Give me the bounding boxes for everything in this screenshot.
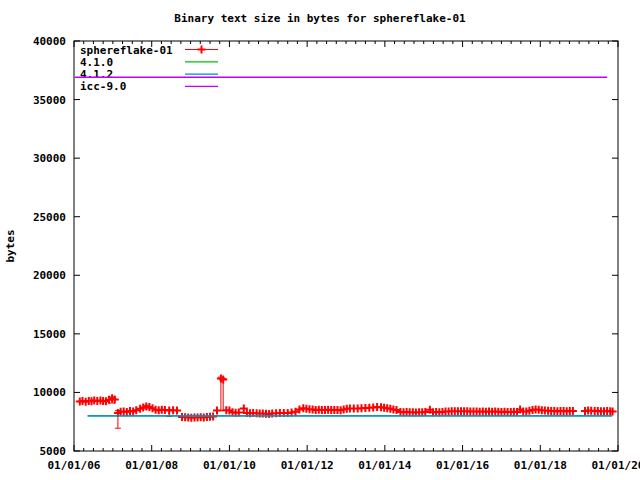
y-tick-label: 35000 <box>33 94 66 107</box>
legend-item-4-1-2: 4.1.2 <box>80 68 218 81</box>
y-tick-label: 40000 <box>33 35 66 48</box>
x-tick-label: 01/01/10 <box>203 459 256 472</box>
series-sphereflake-01 <box>76 374 617 428</box>
plot-border <box>74 41 618 451</box>
y-tick-label: 30000 <box>33 152 66 165</box>
legend-label: sphereflake-01 <box>80 44 173 57</box>
x-tick-label: 01/01/14 <box>358 459 411 472</box>
y-axis-label: bytes <box>4 229 17 262</box>
legend-item-sphereflake-01: sphereflake-01 <box>80 44 218 57</box>
y-tick-label: 5000 <box>40 445 67 458</box>
point-markers <box>76 374 617 421</box>
y-tick-label: 20000 <box>33 269 66 282</box>
legend-label: 4.1.0 <box>80 56 113 69</box>
legend-label: icc-9.0 <box>80 80 126 93</box>
y-tick-label: 25000 <box>33 211 66 224</box>
x-tick-label: 01/01/16 <box>436 459 489 472</box>
y-axis-ticks: 500010000150002000025000300003500040000 <box>33 35 618 458</box>
chart-title: Binary text size in bytes for sphereflak… <box>174 12 466 25</box>
x-axis-minor-ticks <box>84 41 609 451</box>
chart-page: 5000100001500020000250003000035000400000… <box>0 0 640 480</box>
legend-item-icc-9-0: icc-9.0 <box>80 80 218 93</box>
x-tick-label: 01/01/06 <box>48 459 101 472</box>
legend: sphereflake-014.1.04.1.2icc-9.0 <box>80 44 218 94</box>
errorbar-caps <box>109 377 226 428</box>
y-tick-label: 10000 <box>33 386 66 399</box>
chart-generated: 5000100001500020000250003000035000400000… <box>33 35 640 472</box>
binary-size-chart: 5000100001500020000250003000035000400000… <box>0 0 640 480</box>
legend-item-4-1-0: 4.1.0 <box>80 56 218 69</box>
x-tick-label: 01/01/18 <box>514 459 567 472</box>
errorbar-lines <box>80 377 613 428</box>
legend-label: 4.1.2 <box>80 68 113 81</box>
x-tick-label: 01/01/12 <box>281 459 334 472</box>
y-tick-label: 15000 <box>33 328 66 341</box>
x-tick-label: 01/01/20 <box>592 459 640 472</box>
x-tick-label: 01/01/08 <box>125 459 178 472</box>
